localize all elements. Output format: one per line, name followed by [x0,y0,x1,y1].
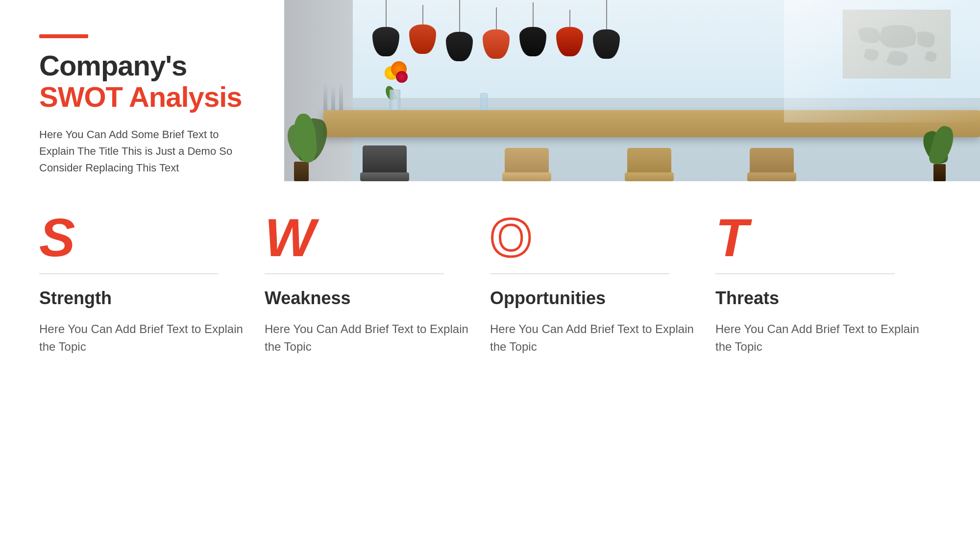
swot-divider-s [39,273,219,274]
chair-seat-1 [360,172,409,181]
swot-text-weakness: Here You Can Add Brief Text to Explain t… [265,320,475,356]
pendant-7 [593,0,620,59]
tap-3 [339,83,343,110]
swot-title-strength: Strength [39,288,250,309]
pendant-4 [483,7,510,59]
swot-title-threats: Threats [715,288,926,309]
chair-seat-4 [747,172,796,181]
pendant-5 [519,2,546,56]
pendant-2 [409,5,436,54]
chair-seat-2 [502,172,551,181]
swot-letter-w: W [265,211,475,264]
tap-2 [331,86,335,110]
shade-2 [409,24,436,54]
swot-text-threats: Here You Can Add Brief Text to Explain t… [715,320,926,356]
bar-equipment [323,81,363,110]
tap-1 [323,81,327,110]
plant-pot [294,162,309,181]
shade-7 [593,29,620,59]
chair-tan-3 [750,148,796,181]
cord-4 [496,7,497,29]
swot-card-strength: S Strength Here You Can Add Brief Text t… [39,211,265,356]
chair-tan-2 [627,148,674,181]
title-company: Company's [39,50,255,81]
swot-section: S Strength Here You Can Add Brief Text t… [0,181,980,375]
chair-back-4 [750,148,794,172]
pendant-3 [446,0,473,61]
plant-right [921,108,960,181]
swot-title-opportunities: Opportunities [490,288,701,309]
shade-4 [483,29,510,59]
swot-divider-t [715,273,895,274]
plant-pot-r [933,164,946,181]
swot-divider-w [265,273,444,274]
pendant-6 [556,10,583,56]
swot-text-strength: Here You Can Add Brief Text to Explain t… [39,320,250,356]
swot-card-opportunities: O Opportunities Here You Can Add Brief T… [490,211,715,356]
cord-1 [386,0,387,27]
chair-dark-1 [363,145,409,181]
title-swot: SWOT Analysis [39,81,255,113]
chair-back-1 [363,145,407,172]
shade-1 [372,27,399,56]
swot-card-weakness: W Weakness Here You Can Add Brief Text t… [265,211,490,356]
page: Company's SWOT Analysis Here You Can Add… [0,0,980,551]
swot-divider-o [490,273,669,274]
cord-3 [459,0,460,32]
cafe-image [284,0,980,181]
table-glasses [480,93,488,110]
cord-6 [569,10,570,27]
shade-5 [519,27,546,56]
chair-back-2 [505,148,549,172]
chair-back-3 [627,148,671,172]
shade-6 [556,27,583,56]
cord-7 [606,0,607,29]
chair-seat-3 [625,172,674,181]
vase [390,90,400,110]
accent-bar [39,34,88,38]
flower-red [396,71,408,83]
pendant-1 [372,0,399,56]
glass-1 [480,93,488,110]
chair-tan-1 [505,148,551,181]
vase-group [382,71,412,110]
header-text-area: Company's SWOT Analysis Here You Can Add… [0,0,284,181]
header-image [284,0,980,181]
window-light [784,0,980,122]
header-description: Here You Can Add Some Brief Text to Expl… [39,126,255,176]
cord-2 [422,5,423,24]
cord-5 [533,2,534,27]
swot-letter-t: T [715,211,926,264]
swot-text-opportunities: Here You Can Add Brief Text to Explain t… [490,320,701,356]
swot-title-weakness: Weakness [265,288,475,309]
shade-3 [446,32,473,61]
swot-letter-o: O [490,211,701,264]
swot-card-threats: T Threats Here You Can Add Brief Text to… [715,211,941,356]
header-section: Company's SWOT Analysis Here You Can Add… [0,0,980,181]
swot-letter-s: S [39,211,250,264]
